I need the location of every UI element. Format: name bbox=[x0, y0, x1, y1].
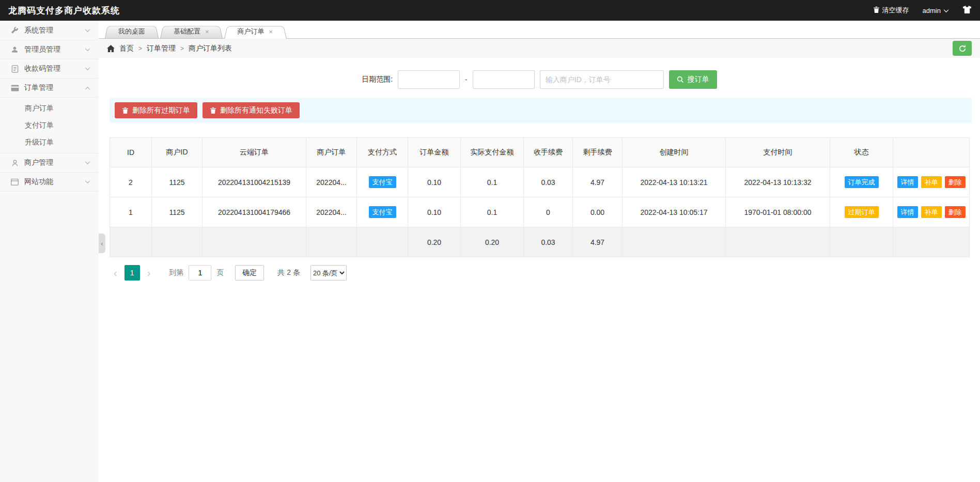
delete-notify-failed-orders-button[interactable]: 删除所有通知失败订单 bbox=[203, 102, 300, 118]
user-menu[interactable]: admin bbox=[923, 7, 949, 14]
search-icon bbox=[677, 76, 684, 83]
delete-expired-orders-button[interactable]: 删除所有过期订单 bbox=[115, 102, 197, 118]
summary-cell bbox=[830, 227, 893, 257]
column-header: 支付时间 bbox=[726, 138, 830, 167]
summary-cell: 0.20 bbox=[408, 227, 461, 257]
table-header-row: ID商户ID云端订单商户订单支付方式订单金额实际支付金额收手续费剩手续费创建时间… bbox=[110, 138, 970, 167]
table-cell: 1125 bbox=[152, 197, 203, 227]
summary-cell bbox=[726, 227, 830, 257]
breadcrumb-home[interactable]: 首页 bbox=[119, 44, 134, 53]
sidebar-subitem-pay-orders[interactable]: 支付订单 bbox=[0, 117, 99, 134]
goto-page-input[interactable] bbox=[189, 265, 211, 281]
table-row: 11125202204131004179466202204...支付宝0.100… bbox=[110, 197, 970, 227]
tab-desktop[interactable]: 我的桌面 bbox=[105, 25, 159, 38]
breadcrumb-separator: > bbox=[138, 45, 142, 52]
bulk-action-band: 删除所有过期订单删除所有通知失败订单 bbox=[110, 98, 972, 123]
order-search-input[interactable] bbox=[540, 70, 664, 89]
date-start-input[interactable] bbox=[398, 70, 460, 89]
sidebar-item-label: 网站功能 bbox=[24, 177, 53, 186]
table-cell: 2022-04-13 10:13:32 bbox=[726, 167, 830, 197]
column-header: 状态 bbox=[830, 138, 893, 167]
tab-merchant-orders[interactable]: 商户订单× bbox=[224, 25, 287, 39]
tshirt-icon bbox=[962, 6, 972, 15]
close-icon[interactable]: × bbox=[205, 28, 209, 36]
date-range-label: 日期范围: bbox=[362, 75, 393, 84]
close-icon[interactable]: × bbox=[269, 28, 273, 36]
date-end-input[interactable] bbox=[473, 70, 535, 89]
sidebar-item-qrcode[interactable]: 收款码管理 bbox=[0, 59, 99, 79]
detail-button[interactable]: 详情 bbox=[897, 206, 918, 218]
status-badge: 订单完成 bbox=[845, 176, 879, 188]
goto-confirm-button[interactable]: 确定 bbox=[235, 265, 264, 281]
page-unit-label: 页 bbox=[216, 268, 224, 277]
table-cell: 1970-01-01 08:00:00 bbox=[726, 197, 830, 227]
top-header-bar: 龙腾码支付多商户收款系统 清空缓存 admin bbox=[0, 0, 980, 21]
table-cell: 0.10 bbox=[408, 197, 461, 227]
sidebar-item-merchants[interactable]: 商户管理 bbox=[0, 153, 99, 173]
document-icon bbox=[10, 65, 19, 73]
goto-page-label: 到第 bbox=[169, 268, 183, 277]
chevron-down-icon bbox=[85, 48, 90, 52]
clear-cache-label: 清空缓存 bbox=[882, 6, 909, 15]
breadcrumb-separator: > bbox=[180, 45, 184, 52]
per-page-select[interactable]: 20 条/页 bbox=[310, 265, 347, 281]
chevron-down-icon bbox=[85, 161, 90, 165]
tab-label: 我的桌面 bbox=[118, 27, 145, 36]
orders-table: ID商户ID云端订单商户订单支付方式订单金额实际支付金额收手续费剩手续费创建时间… bbox=[110, 137, 970, 257]
delete-button[interactable]: 删除 bbox=[945, 176, 966, 188]
next-page-button[interactable]: › bbox=[143, 267, 155, 279]
refresh-icon bbox=[958, 44, 967, 53]
sidebar-collapse-handle[interactable]: ‹ bbox=[99, 234, 105, 253]
pay-method-badge: 支付宝 bbox=[369, 206, 396, 218]
sidebar-menu: 系统管理管理员管理收款码管理订单管理商户订单支付订单升级订单商户管理网站功能 bbox=[0, 21, 99, 192]
table-cell: 0.1 bbox=[461, 197, 524, 227]
sidebar: 系统管理管理员管理收款码管理订单管理商户订单支付订单升级订单商户管理网站功能 bbox=[0, 21, 99, 482]
prev-page-button[interactable]: ‹ bbox=[110, 267, 121, 279]
home-icon bbox=[107, 45, 115, 52]
column-header: 订单金额 bbox=[408, 138, 461, 167]
table-cell: 4.97 bbox=[573, 167, 623, 197]
theme-button[interactable] bbox=[962, 6, 972, 15]
table-cell: 202204131004179466 bbox=[203, 197, 306, 227]
sidebar-item-label: 系统管理 bbox=[24, 26, 53, 35]
bulk-action-label: 删除所有过期订单 bbox=[132, 106, 190, 115]
page-content: 日期范围: - 搜订单 删除所有过期订单删除所有通知失败订单 bbox=[99, 58, 980, 482]
column-header: 实际支付金额 bbox=[461, 138, 524, 167]
refresh-button[interactable] bbox=[953, 41, 972, 56]
summary-cell: 4.97 bbox=[573, 227, 623, 257]
row-actions: 详情补单删除 bbox=[893, 167, 970, 197]
clear-cache-button[interactable]: 清空缓存 bbox=[873, 6, 909, 15]
table-cell: 0.00 bbox=[573, 197, 623, 227]
delete-button[interactable]: 删除 bbox=[945, 206, 966, 218]
chevron-down-icon bbox=[85, 180, 90, 184]
table-cell: 2022-04-13 10:05:17 bbox=[623, 197, 726, 227]
username-label: admin bbox=[923, 7, 941, 14]
table-cell: 1125 bbox=[152, 167, 203, 197]
orders-tbody: 21125202204131004215139202204...支付宝0.100… bbox=[110, 167, 970, 257]
page-number-button[interactable]: 1 bbox=[125, 265, 140, 281]
breadcrumb: 首页 > 订单管理 > 商户订单列表 bbox=[99, 39, 980, 58]
breadcrumb-item-current: 商户订单列表 bbox=[189, 44, 232, 53]
detail-button[interactable]: 详情 bbox=[897, 176, 918, 188]
tab-label: 商户订单 bbox=[238, 27, 265, 36]
sidebar-subitem-merchant-orders[interactable]: 商户订单 bbox=[0, 100, 99, 117]
column-header: 商户订单 bbox=[306, 138, 357, 167]
column-header: 剩手续费 bbox=[573, 138, 623, 167]
reissue-button[interactable]: 补单 bbox=[921, 206, 942, 218]
bulk-action-label: 删除所有通知失败订单 bbox=[220, 106, 292, 115]
sidebar-item-website[interactable]: 网站功能 bbox=[0, 173, 99, 192]
column-header: ID bbox=[110, 138, 152, 167]
sidebar-subitem-upgrade-orders[interactable]: 升级订单 bbox=[0, 134, 99, 151]
sidebar-item-admins[interactable]: 管理员管理 bbox=[0, 40, 99, 59]
search-order-button[interactable]: 搜订单 bbox=[669, 70, 717, 89]
summary-cell bbox=[357, 227, 408, 257]
sidebar-item-system[interactable]: 系统管理 bbox=[0, 21, 99, 40]
table-cell: 2 bbox=[110, 167, 152, 197]
app-title: 龙腾码支付多商户收款系统 bbox=[8, 5, 120, 17]
reissue-button[interactable]: 补单 bbox=[921, 176, 942, 188]
table-cell: 订单完成 bbox=[830, 167, 893, 197]
tab-basic-config[interactable]: 基础配置× bbox=[160, 25, 223, 38]
breadcrumb-item-orders[interactable]: 订单管理 bbox=[147, 44, 176, 53]
sidebar-item-orders[interactable]: 订单管理 bbox=[0, 79, 99, 98]
status-badge: 过期订单 bbox=[845, 206, 879, 218]
